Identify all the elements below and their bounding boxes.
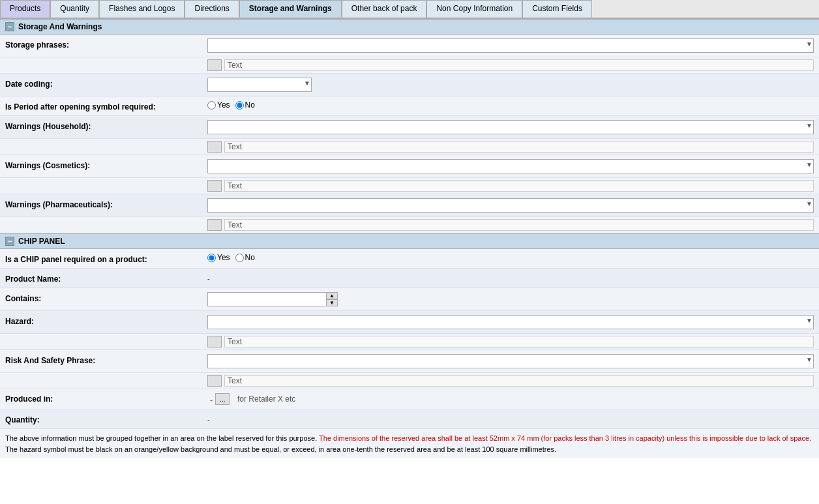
chip-required-no-text: No [245,253,255,262]
chip-collapse-btn[interactable]: − [5,237,14,246]
tab-non-copy[interactable]: Non Copy Information [426,0,522,18]
chip-required-yes-radio[interactable] [207,254,216,262]
date-coding-select[interactable] [207,78,312,92]
warnings-household-text-row [0,139,819,155]
tab-flashes[interactable]: Flashes and Logos [99,0,185,18]
quantity-row: Quantity: - [0,409,819,429]
chip-required-yes-label[interactable]: Yes [207,253,230,262]
period-opening-no-label[interactable]: No [235,100,255,110]
storage-phrases-select-wrapper [207,38,814,53]
hazard-label: Hazard: [5,315,207,326]
period-opening-no-radio[interactable] [235,101,244,110]
warnings-pharma-select[interactable] [207,198,814,213]
footer-line2: The hazard symbol must be black on an or… [5,444,814,455]
warnings-household-row: Warnings (Household): [0,116,819,139]
warnings-cosmetics-row: Warnings (Cosmetics): [0,155,819,178]
warnings-pharma-control [207,198,814,213]
chip-required-label: Is a CHIP panel required on a product: [5,253,207,264]
chip-required-yes-text: Yes [217,253,230,262]
hazard-select-wrapper [207,315,814,329]
period-opening-control: Yes No [207,100,814,110]
warnings-pharma-text-row [0,217,819,233]
produced-in-row: Produced in: - ... for Retailer X etc [0,389,819,409]
storage-phrases-text-btn[interactable] [207,59,222,71]
warnings-household-select[interactable] [207,120,814,134]
storage-collapse-btn[interactable]: − [5,22,14,31]
chip-required-no-radio[interactable] [235,254,244,262]
period-opening-yes-radio[interactable] [207,101,216,110]
chip-required-control: Yes No [207,253,814,262]
hazard-select[interactable] [207,315,814,329]
footer-note: The above information must be grouped to… [0,429,819,458]
date-coding-select-wrapper [207,78,312,92]
quantity-value: - [207,413,210,424]
warnings-household-text-input[interactable] [224,141,814,153]
produced-in-for-retailer: for Retailer X etc [237,394,295,404]
storage-phrases-select[interactable] [207,38,814,53]
contains-spin-btns: ▲ ▼ [326,292,338,306]
risk-safety-text-input[interactable] [224,375,814,387]
hazard-text-btn[interactable] [207,336,222,348]
hazard-control [207,315,814,329]
risk-safety-control [207,354,814,368]
contains-row: Contains: ▲ ▼ [0,288,819,311]
period-opening-yes-label[interactable]: Yes [207,100,230,110]
storage-phrases-row: Storage phrases: [0,35,819,57]
warnings-pharma-label: Warnings (Pharmaceuticals): [5,198,207,209]
warnings-cosmetics-select-wrapper [207,159,814,173]
risk-safety-text-btn[interactable] [207,375,222,387]
storage-phrases-text-row [0,57,819,74]
produced-in-ellipsis-btn[interactable]: ... [215,393,230,405]
contains-input[interactable] [207,292,338,306]
footer-line1: The above information must be grouped to… [5,433,814,444]
tab-quantity[interactable]: Quantity [50,0,99,18]
warnings-cosmetics-control [207,159,814,173]
storage-phrases-control [207,38,814,53]
tab-other-back[interactable]: Other back of pack [342,0,427,18]
contains-spinner-wrapper: ▲ ▼ [207,292,338,306]
warnings-pharma-select-wrapper [207,198,814,213]
product-name-row: Product Name: - [0,269,819,288]
warnings-pharma-row: Warnings (Pharmaceuticals): [0,194,819,217]
chip-required-no-label[interactable]: No [235,253,255,262]
period-opening-radio-group: Yes No [207,100,255,110]
warnings-cosmetics-text-btn[interactable] [207,180,222,192]
warnings-cosmetics-label: Warnings (Cosmetics): [5,159,207,170]
warnings-household-control [207,120,814,134]
warnings-cosmetics-select[interactable] [207,159,814,173]
chip-section-title: CHIP PANEL [18,237,65,246]
storage-phrases-label: Storage phrases: [5,38,207,50]
hazard-text-row [0,334,819,350]
contains-label: Contains: [5,292,207,303]
warnings-household-text-btn[interactable] [207,141,222,153]
chip-required-radio-group: Yes No [207,253,255,262]
tab-products[interactable]: Products [0,0,50,18]
date-coding-control [207,78,814,92]
warnings-pharma-text-btn[interactable] [207,219,222,231]
storage-phrases-text-input[interactable] [224,59,814,71]
tab-custom[interactable]: Custom Fields [522,0,592,18]
contains-spin-up[interactable]: ▲ [326,292,338,299]
period-opening-no-text: No [245,100,255,110]
contains-spin-down[interactable]: ▼ [326,299,338,306]
date-coding-row: Date coding: [0,74,819,96]
warnings-cosmetics-text-row [0,178,819,194]
warnings-pharma-text-input[interactable] [224,219,814,231]
risk-safety-text-row [0,373,819,389]
hazard-text-input[interactable] [224,336,814,348]
risk-safety-label: Risk And Safety Phrase: [5,354,207,365]
warnings-household-label: Warnings (Household): [5,120,207,131]
hazard-row: Hazard: [0,311,819,334]
footer-line1-prefix: The above information must be grouped to… [5,434,319,442]
footer-line1-highlight: The dimensions of the reserved area shal… [319,434,811,442]
tab-directions[interactable]: Directions [185,0,239,18]
tab-bar: Products Quantity Flashes and Logos Dire… [0,0,819,19]
risk-safety-row: Risk And Safety Phrase: [0,350,819,373]
risk-safety-select[interactable] [207,354,814,368]
period-opening-label: Is Period after opening symbol required: [5,100,207,111]
product-name-value: - [207,273,210,284]
tab-storage[interactable]: Storage and Warnings [239,0,342,18]
warnings-cosmetics-text-input[interactable] [224,180,814,192]
period-opening-row: Is Period after opening symbol required:… [0,96,819,116]
period-opening-yes-text: Yes [217,100,230,110]
